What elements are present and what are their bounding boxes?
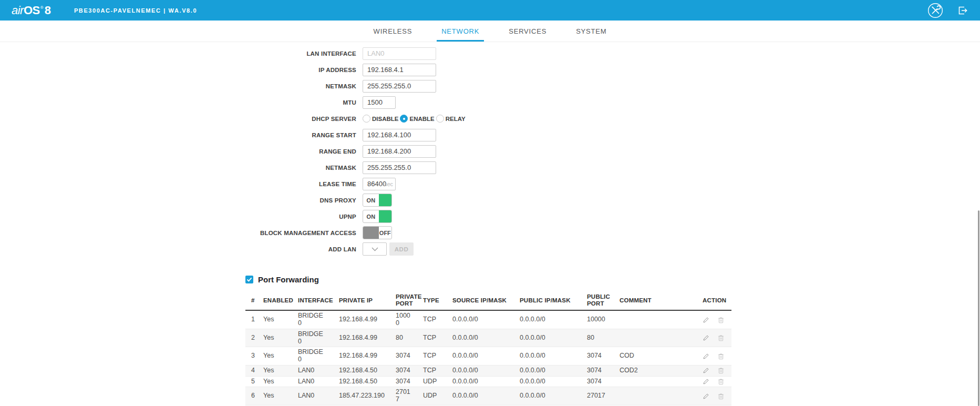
check-icon — [246, 277, 252, 282]
delete-icon[interactable] — [718, 353, 724, 360]
lan-interface-row: LAN INTERFACE — [0, 45, 467, 62]
delete-icon[interactable] — [718, 378, 724, 385]
col-public-ip-mask: PUBLIC IP/MASK — [520, 292, 587, 310]
col-private-port: PRIVATE PORT — [396, 292, 423, 310]
lease-time-label: LEASE TIME — [0, 181, 363, 187]
tools-icon[interactable] — [927, 3, 943, 18]
delete-icon[interactable] — [718, 367, 724, 374]
range-start-row: RANGE START — [0, 127, 467, 143]
port-forwarding-section: Port Forwarding # ENABLED INTERFACE PRIV… — [245, 275, 731, 406]
dhcp-disable-radio[interactable]: DISABLE — [363, 115, 398, 123]
dhcp-netmask-field[interactable] — [363, 161, 436, 174]
logo-air: air — [12, 5, 24, 16]
port-forwarding-title: Port Forwarding — [258, 275, 319, 284]
range-start-label: RANGE START — [0, 132, 363, 138]
range-end-label: RANGE END — [0, 148, 363, 155]
mtu-label: MTU — [0, 99, 363, 106]
dns-proxy-toggle[interactable]: ON — [363, 194, 392, 207]
edit-icon[interactable] — [703, 393, 709, 400]
dhcp-enable-radio[interactable]: ENABLE — [400, 115, 434, 123]
netmask-label: NETMASK — [0, 83, 363, 89]
dhcp-server-radio-group: DISABLE ENABLE RELAY — [363, 115, 467, 123]
dhcp-netmask-row: NETMASK — [0, 159, 467, 176]
upnp-toggle[interactable]: ON — [363, 210, 392, 223]
radio-circle-icon — [363, 115, 370, 123]
edit-icon[interactable] — [703, 367, 709, 374]
table-row: 3 Yes BRIDGE0 192.168.4.99 3074 TCP 0.0.… — [245, 347, 731, 366]
top-bar: airOS®8 PBE300AC-PAVELNEMEC | WA.V8.0 — [0, 0, 980, 21]
netmask-row: NETMASK — [0, 78, 467, 94]
dhcp-server-label: DHCP SERVER — [0, 116, 363, 122]
tab-network[interactable]: NETWORK — [437, 21, 484, 42]
tab-system[interactable]: SYSTEM — [571, 21, 611, 42]
range-end-field[interactable] — [363, 145, 436, 158]
lan-interface-label: LAN INTERFACE — [0, 50, 363, 57]
col-comment: COMMENT — [620, 292, 695, 310]
block-management-access-toggle[interactable]: OFF — [363, 226, 392, 239]
col-public-port: PUBLIC PORT — [587, 292, 620, 310]
table-row: 4 Yes LAN0 192.168.4.50 3074 TCP 0.0.0.0… — [245, 365, 731, 376]
device-name: PBE300AC-PAVELNEMEC | WA.V8.0 — [74, 7, 197, 14]
add-lan-label: ADD LAN — [0, 246, 363, 252]
logo-os: OS — [24, 5, 40, 16]
col-private-ip: PRIVATE IP — [339, 292, 396, 310]
table-row: 2 Yes BRIDGE0 192.168.4.99 80 TCP 0.0.0.… — [245, 329, 731, 347]
logo-registered-mark: ® — [40, 6, 44, 10]
table-row: 5 Yes LAN0 192.168.4.50 3074 UDP 0.0.0.0… — [245, 376, 731, 387]
edit-icon[interactable] — [703, 378, 709, 385]
toggle-fill — [379, 210, 391, 222]
delete-icon[interactable] — [718, 334, 724, 341]
block-management-access-label: BLOCK MANAGEMENT ACCESS — [0, 230, 363, 236]
toggle-fill — [379, 194, 391, 206]
col-interface: INTERFACE — [298, 292, 339, 310]
dns-proxy-label: DNS PROXY — [0, 197, 363, 204]
lease-time-row: LEASE TIME sec — [0, 176, 467, 192]
lan-settings-form: LAN INTERFACE IP ADDRESS NETMASK MTU DHC… — [0, 45, 467, 257]
edit-icon[interactable] — [703, 353, 709, 360]
toggle-fill — [363, 227, 379, 239]
tab-services[interactable]: SERVICES — [504, 21, 551, 42]
logout-icon[interactable] — [956, 4, 969, 17]
col-type: TYPE — [423, 292, 452, 310]
port-forwarding-header: Port Forwarding — [245, 275, 731, 284]
edit-icon[interactable] — [703, 334, 709, 341]
dns-proxy-row: DNS PROXY ON — [0, 192, 467, 208]
table-row: 6 Yes LAN0 185.47.223.190 27017 UDP 0.0.… — [245, 387, 731, 405]
table-header-row: # ENABLED INTERFACE PRIVATE IP PRIVATE P… — [245, 292, 731, 310]
col-action: ACTION — [695, 292, 731, 310]
mtu-field[interactable] — [363, 96, 396, 109]
ip-address-label: IP ADDRESS — [0, 67, 363, 73]
ip-address-row: IP ADDRESS — [0, 62, 467, 78]
port-forwarding-table: # ENABLED INTERFACE PRIVATE IP PRIVATE P… — [245, 292, 731, 405]
delete-icon[interactable] — [718, 393, 724, 400]
chevron-down-icon — [372, 247, 378, 251]
upnp-row: UPNP ON — [0, 208, 467, 225]
netmask-field[interactable] — [363, 80, 436, 93]
col-source-ip-mask: SOURCE IP/MASK — [452, 292, 520, 310]
col-enabled: ENABLED — [263, 292, 298, 310]
block-management-access-row: BLOCK MANAGEMENT ACCESS OFF — [0, 225, 467, 241]
edit-icon[interactable] — [703, 317, 709, 323]
add-lan-select[interactable] — [363, 242, 387, 256]
lan-interface-field — [363, 47, 436, 60]
radio-circle-checked-icon — [400, 115, 408, 123]
topbar-actions — [927, 3, 969, 18]
port-forwarding-checkbox[interactable] — [245, 276, 253, 283]
dhcp-relay-radio[interactable]: RELAY — [436, 115, 466, 123]
add-lan-button[interactable]: ADD — [389, 242, 414, 256]
delete-icon[interactable] — [718, 317, 724, 323]
mtu-row: MTU — [0, 94, 467, 110]
range-end-row: RANGE END — [0, 143, 467, 159]
radio-circle-icon — [436, 115, 444, 123]
vertical-scrollbar[interactable] — [978, 210, 979, 406]
add-lan-row: ADD LAN ADD — [0, 241, 467, 257]
ip-address-field[interactable] — [363, 64, 436, 76]
range-start-field[interactable] — [363, 129, 436, 141]
dhcp-netmask-label: NETMASK — [0, 165, 363, 171]
upnp-label: UPNP — [0, 214, 363, 220]
airos-logo: airOS®8 — [12, 5, 51, 16]
main-nav: WIRELESS NETWORK SERVICES SYSTEM — [0, 21, 980, 42]
tab-wireless[interactable]: WIRELESS — [369, 21, 417, 42]
logo-edition: 8 — [45, 5, 51, 16]
lease-time-field[interactable] — [363, 178, 396, 190]
